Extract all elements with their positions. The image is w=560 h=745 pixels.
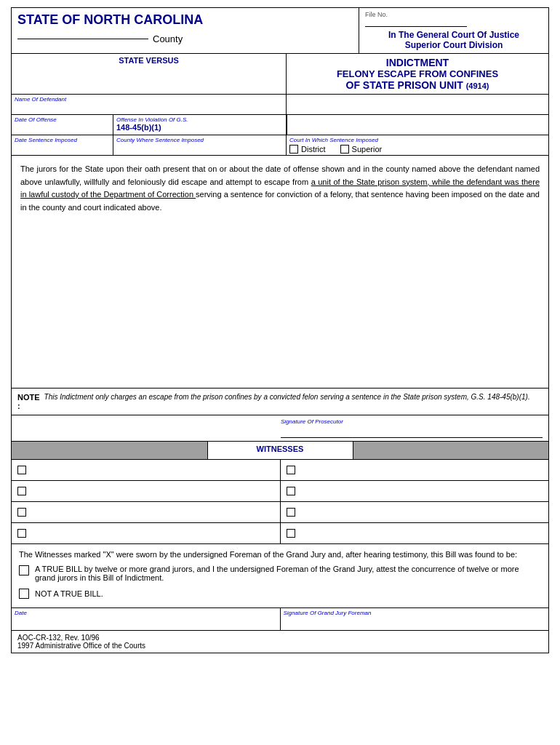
footer-line2: 1997 Administrative Office of the Courts [17, 642, 543, 650]
witness-4-right-checkbox[interactable] [287, 529, 295, 538]
true-bill-text: A TRUE BILL by twelve or more grand juro… [35, 565, 541, 582]
date-row-value [15, 616, 277, 626]
witness-4-left [12, 523, 281, 543]
true-bill-row: A TRUE BILL by twelve or more grand juro… [19, 565, 541, 582]
sentence-row: Date Sentence Imposed County Where Sente… [12, 135, 548, 156]
witness-3-right-checkbox[interactable] [287, 508, 295, 517]
indictment-subtitle1: FELONY ESCAPE FROM CONFINES [291, 68, 544, 79]
district-checkbox[interactable] [289, 145, 298, 154]
not-true-bill-row: NOT A TRUE BILL. [19, 588, 541, 599]
witness-row-4 [12, 523, 548, 544]
witness-2-left [12, 481, 281, 501]
date-offense-label: Date Of Offense [15, 116, 110, 123]
prosecutor-sig-label: Signature Of Prosecutor [281, 418, 543, 425]
offense-violation-value: 148-45(b)(1) [116, 123, 283, 132]
witness-row-2 [12, 481, 548, 502]
witness-2-right [281, 481, 549, 501]
header-right: File No. In The General Court Of Justice… [359, 8, 548, 53]
indictment-title: INDICTMENT [291, 57, 544, 68]
court-checkboxes: District Superior [289, 145, 545, 154]
prosecutor-sig-line [281, 425, 543, 438]
witness-4-left-checkbox[interactable] [17, 529, 26, 538]
gj-foreman-sig-value [284, 616, 546, 626]
name-label: Name Of Defendant [15, 96, 283, 103]
court-info: In The General Court Of Justice Superior… [365, 30, 543, 50]
sentence-date-value [15, 143, 110, 154]
district-label: District [301, 145, 326, 154]
witness-row-1 [12, 460, 548, 481]
true-bill-checkbox[interactable] [19, 565, 29, 575]
header-row: STATE OF NORTH CAROLINA County File No. … [12, 8, 548, 54]
state-title: STATE OF NORTH CAROLINA [17, 12, 353, 28]
footer-section: AOC-CR-132, Rev. 10/96 1997 Administrati… [12, 631, 548, 653]
gj-foreman-sig-cell: Signature Of Grand Jury Foreman [281, 608, 549, 630]
county-line [17, 39, 148, 39]
indictment-subtitle2: OF STATE PRISON UNIT (4914) [291, 79, 544, 91]
offense-right-spacer [287, 115, 548, 135]
witness-row-3 [12, 502, 548, 523]
not-true-bill-text: NOT A TRUE BILL. [35, 589, 103, 598]
header-left: STATE OF NORTH CAROLINA County [12, 8, 359, 53]
date-offense-value [15, 123, 110, 133]
note-section: NOTE: This Indictment only charges an es… [12, 389, 548, 415]
state-versus-label: STATE VERSUS [12, 54, 287, 94]
grand-jury-section: The Witnesses marked "X" were sworn by t… [12, 544, 548, 608]
body-text: The jurors for the State upon their oath… [20, 163, 540, 214]
witness-1-left [12, 460, 281, 480]
date-cell: Date [12, 608, 281, 630]
offense-row: Date Of Offense Offense In Violation Of … [12, 115, 548, 135]
witness-1-right-checkbox[interactable] [287, 466, 295, 474]
name-value [15, 103, 283, 113]
county-label: County [153, 33, 183, 44]
court-info-line1: In The General Court Of Justice [365, 30, 543, 40]
grand-jury-intro: The Witnesses marked "X" were sworn by t… [19, 550, 541, 559]
superior-label: Superior [352, 145, 383, 154]
county-row: County [17, 33, 353, 44]
date-sig-row: Date Signature Of Grand Jury Foreman [12, 608, 548, 631]
prosecutor-signature-block: Signature Of Prosecutor [281, 418, 543, 438]
defendant-row: Name Of Defendant [12, 95, 548, 115]
gj-foreman-sig-label: Signature Of Grand Jury Foreman [284, 610, 546, 616]
indictment-block: INDICTMENT FELONY ESCAPE FROM CONFINES O… [287, 54, 548, 94]
witness-1-left-checkbox[interactable] [17, 466, 26, 474]
indictment-case-number: (4914) [466, 81, 489, 90]
offense-violation-label: Offense In Violation Of G.S. [116, 116, 283, 123]
witness-4-right [281, 523, 549, 543]
witnesses-center-label: WITNESSES [208, 442, 353, 459]
sentence-county-value [116, 143, 283, 154]
sentence-county-label: County Where Sentence Imposed [116, 137, 283, 143]
witness-3-left [12, 502, 281, 522]
sentence-date-label: Date Sentence Imposed [15, 137, 110, 143]
sentence-county-cell: County Where Sentence Imposed [113, 135, 287, 155]
court-info-line2: Superior Court Division [365, 40, 543, 50]
note-label: NOTE: [17, 393, 40, 410]
witnesses-left-header [12, 442, 208, 459]
offense-date-cell: Date Of Offense [12, 115, 113, 135]
witness-1-right [281, 460, 549, 480]
witness-2-right-checkbox[interactable] [287, 487, 295, 495]
signature-section: Signature Of Prosecutor [12, 415, 548, 442]
witness-3-right [281, 502, 549, 522]
offense-violation-cell: Offense In Violation Of G.S. 148-45(b)(1… [113, 115, 287, 135]
superior-checkbox[interactable] [340, 145, 349, 154]
witness-2-left-checkbox[interactable] [17, 487, 26, 495]
file-no-label: File No. [365, 11, 543, 18]
body-text-section: The jurors for the State upon their oath… [12, 156, 548, 389]
sentence-court-cell: Court In Which Sentence Imposed District… [287, 135, 548, 155]
footer-line1: AOC-CR-132, Rev. 10/96 [17, 634, 543, 642]
date-row-label: Date [15, 610, 277, 616]
witnesses-right-header [353, 442, 549, 459]
indictment-subtitle2-text: OF STATE PRISON UNIT [346, 79, 463, 91]
witness-3-left-checkbox[interactable] [17, 508, 26, 517]
witnesses-header-row: WITNESSES [12, 442, 548, 460]
indictment-right-spacer [287, 95, 548, 114]
defendant-name-cell: Name Of Defendant [12, 95, 287, 114]
sentence-date-cell: Date Sentence Imposed [12, 135, 113, 155]
superior-checkbox-item: Superior [340, 145, 383, 154]
not-true-bill-checkbox[interactable] [19, 589, 29, 599]
document-container: STATE OF NORTH CAROLINA County File No. … [11, 7, 549, 653]
court-sentence-label: Court In Which Sentence Imposed [289, 137, 545, 143]
district-checkbox-item: District [289, 145, 326, 154]
note-text: This Indictment only charges an escape f… [44, 393, 530, 410]
file-no-line [365, 18, 467, 27]
